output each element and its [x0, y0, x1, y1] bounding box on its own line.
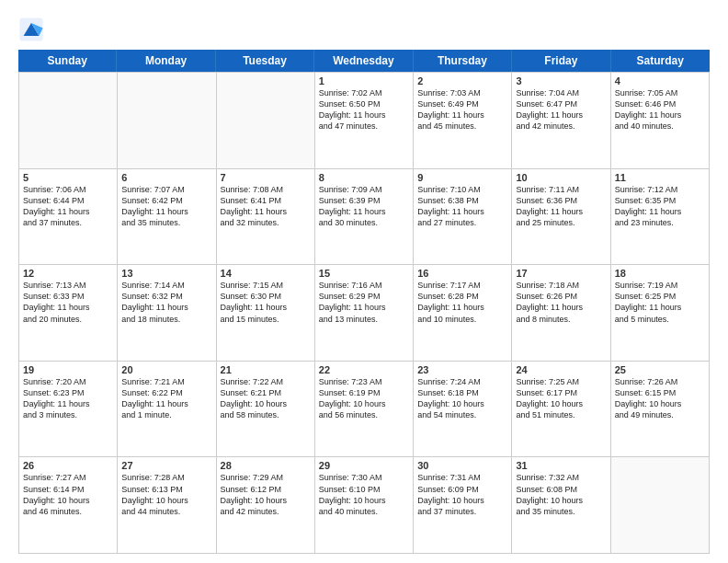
day-number: 20	[121, 364, 211, 375]
weekday-header: Sunday	[18, 50, 117, 72]
calendar-row: 26Sunrise: 7:27 AM Sunset: 6:14 PM Dayli…	[19, 457, 710, 554]
day-number: 29	[319, 460, 409, 471]
day-number: 22	[319, 364, 409, 375]
calendar-cell: 10Sunrise: 7:11 AM Sunset: 6:36 PM Dayli…	[512, 169, 610, 266]
day-info: Sunrise: 7:30 AM Sunset: 6:10 PM Dayligh…	[319, 472, 409, 517]
calendar: SundayMondayTuesdayWednesdayThursdayFrid…	[18, 50, 710, 554]
calendar-cell: 13Sunrise: 7:14 AM Sunset: 6:32 PM Dayli…	[118, 265, 216, 362]
calendar-cell: 21Sunrise: 7:22 AM Sunset: 6:21 PM Dayli…	[217, 362, 315, 458]
day-info: Sunrise: 7:08 AM Sunset: 6:41 PM Dayligh…	[221, 184, 311, 229]
day-number: 17	[516, 268, 606, 279]
calendar-cell	[217, 73, 315, 169]
day-number: 14	[221, 268, 311, 279]
calendar-cell: 25Sunrise: 7:26 AM Sunset: 6:15 PM Dayli…	[611, 362, 710, 458]
calendar-cell: 11Sunrise: 7:12 AM Sunset: 6:35 PM Dayli…	[611, 169, 710, 266]
day-info: Sunrise: 7:19 AM Sunset: 6:25 PM Dayligh…	[615, 280, 705, 325]
weekday-header: Monday	[117, 50, 215, 72]
day-number: 21	[221, 364, 311, 375]
day-number: 18	[615, 268, 705, 279]
day-info: Sunrise: 7:31 AM Sunset: 6:09 PM Dayligh…	[417, 472, 507, 517]
day-number: 4	[615, 75, 705, 86]
calendar-cell: 22Sunrise: 7:23 AM Sunset: 6:19 PM Dayli…	[315, 362, 414, 458]
page: SundayMondayTuesdayWednesdayThursdayFrid…	[0, 0, 728, 563]
calendar-cell: 9Sunrise: 7:10 AM Sunset: 6:38 PM Daylig…	[414, 169, 512, 266]
day-info: Sunrise: 7:15 AM Sunset: 6:30 PM Dayligh…	[221, 280, 311, 325]
day-info: Sunrise: 7:22 AM Sunset: 6:21 PM Dayligh…	[221, 376, 311, 421]
day-info: Sunrise: 7:17 AM Sunset: 6:28 PM Dayligh…	[417, 280, 507, 325]
day-number: 15	[319, 268, 409, 279]
day-info: Sunrise: 7:10 AM Sunset: 6:38 PM Dayligh…	[417, 184, 507, 229]
day-info: Sunrise: 7:03 AM Sunset: 6:49 PM Dayligh…	[417, 87, 507, 132]
day-number: 10	[516, 172, 606, 183]
calendar-cell: 18Sunrise: 7:19 AM Sunset: 6:25 PM Dayli…	[611, 265, 710, 362]
calendar-cell: 31Sunrise: 7:32 AM Sunset: 6:08 PM Dayli…	[512, 457, 610, 554]
calendar-body: 1Sunrise: 7:02 AM Sunset: 6:50 PM Daylig…	[18, 72, 710, 554]
day-info: Sunrise: 7:09 AM Sunset: 6:39 PM Dayligh…	[319, 184, 409, 229]
day-number: 30	[417, 460, 507, 471]
header	[18, 17, 710, 42]
day-info: Sunrise: 7:04 AM Sunset: 6:47 PM Dayligh…	[516, 87, 606, 132]
day-info: Sunrise: 7:16 AM Sunset: 6:29 PM Dayligh…	[319, 280, 409, 325]
weekday-header: Saturday	[611, 50, 710, 72]
day-number: 5	[23, 172, 113, 183]
day-info: Sunrise: 7:27 AM Sunset: 6:14 PM Dayligh…	[23, 472, 113, 517]
day-info: Sunrise: 7:11 AM Sunset: 6:36 PM Dayligh…	[516, 184, 606, 229]
logo-icon	[18, 17, 44, 42]
day-number: 9	[417, 172, 507, 183]
day-number: 24	[516, 364, 606, 375]
day-info: Sunrise: 7:32 AM Sunset: 6:08 PM Dayligh…	[516, 472, 606, 517]
day-info: Sunrise: 7:05 AM Sunset: 6:46 PM Dayligh…	[615, 87, 705, 132]
calendar-cell	[611, 457, 710, 554]
day-info: Sunrise: 7:29 AM Sunset: 6:12 PM Dayligh…	[221, 472, 311, 517]
day-info: Sunrise: 7:20 AM Sunset: 6:23 PM Dayligh…	[23, 376, 113, 421]
calendar-row: 1Sunrise: 7:02 AM Sunset: 6:50 PM Daylig…	[19, 73, 710, 169]
day-number: 25	[615, 364, 705, 375]
day-number: 28	[221, 460, 311, 471]
calendar-cell: 6Sunrise: 7:07 AM Sunset: 6:42 PM Daylig…	[118, 169, 216, 266]
calendar-cell: 14Sunrise: 7:15 AM Sunset: 6:30 PM Dayli…	[217, 265, 315, 362]
day-number: 8	[319, 172, 409, 183]
logo	[18, 17, 48, 42]
calendar-cell	[118, 73, 216, 169]
calendar-cell: 2Sunrise: 7:03 AM Sunset: 6:49 PM Daylig…	[414, 73, 512, 169]
calendar-cell: 3Sunrise: 7:04 AM Sunset: 6:47 PM Daylig…	[512, 73, 610, 169]
day-number: 2	[417, 75, 507, 86]
calendar-cell: 16Sunrise: 7:17 AM Sunset: 6:28 PM Dayli…	[414, 265, 512, 362]
calendar-cell: 7Sunrise: 7:08 AM Sunset: 6:41 PM Daylig…	[217, 169, 315, 266]
calendar-cell: 1Sunrise: 7:02 AM Sunset: 6:50 PM Daylig…	[315, 73, 414, 169]
calendar-cell: 12Sunrise: 7:13 AM Sunset: 6:33 PM Dayli…	[19, 265, 118, 362]
day-number: 3	[516, 75, 606, 86]
calendar-cell: 8Sunrise: 7:09 AM Sunset: 6:39 PM Daylig…	[315, 169, 414, 266]
day-number: 7	[221, 172, 311, 183]
calendar-row: 12Sunrise: 7:13 AM Sunset: 6:33 PM Dayli…	[19, 265, 710, 362]
calendar-cell: 17Sunrise: 7:18 AM Sunset: 6:26 PM Dayli…	[512, 265, 610, 362]
weekday-header: Tuesday	[216, 50, 314, 72]
day-info: Sunrise: 7:26 AM Sunset: 6:15 PM Dayligh…	[615, 376, 705, 421]
day-info: Sunrise: 7:06 AM Sunset: 6:44 PM Dayligh…	[23, 184, 113, 229]
calendar-cell: 5Sunrise: 7:06 AM Sunset: 6:44 PM Daylig…	[19, 169, 118, 266]
calendar-cell: 23Sunrise: 7:24 AM Sunset: 6:18 PM Dayli…	[414, 362, 512, 458]
calendar-cell: 24Sunrise: 7:25 AM Sunset: 6:17 PM Dayli…	[512, 362, 610, 458]
calendar-row: 5Sunrise: 7:06 AM Sunset: 6:44 PM Daylig…	[19, 169, 710, 266]
day-info: Sunrise: 7:25 AM Sunset: 6:17 PM Dayligh…	[516, 376, 606, 421]
calendar-cell: 19Sunrise: 7:20 AM Sunset: 6:23 PM Dayli…	[19, 362, 118, 458]
day-number: 12	[23, 268, 113, 279]
day-number: 1	[319, 75, 409, 86]
day-info: Sunrise: 7:13 AM Sunset: 6:33 PM Dayligh…	[23, 280, 113, 325]
day-info: Sunrise: 7:07 AM Sunset: 6:42 PM Dayligh…	[121, 184, 211, 229]
day-info: Sunrise: 7:18 AM Sunset: 6:26 PM Dayligh…	[516, 280, 606, 325]
day-info: Sunrise: 7:02 AM Sunset: 6:50 PM Dayligh…	[319, 87, 409, 132]
day-number: 13	[121, 268, 211, 279]
calendar-cell: 28Sunrise: 7:29 AM Sunset: 6:12 PM Dayli…	[217, 457, 315, 554]
weekday-header: Thursday	[414, 50, 512, 72]
calendar-cell: 30Sunrise: 7:31 AM Sunset: 6:09 PM Dayli…	[414, 457, 512, 554]
calendar-header: SundayMondayTuesdayWednesdayThursdayFrid…	[18, 50, 710, 72]
day-number: 27	[121, 460, 211, 471]
calendar-cell	[19, 73, 118, 169]
day-number: 11	[615, 172, 705, 183]
day-info: Sunrise: 7:24 AM Sunset: 6:18 PM Dayligh…	[417, 376, 507, 421]
day-info: Sunrise: 7:12 AM Sunset: 6:35 PM Dayligh…	[615, 184, 705, 229]
day-number: 23	[417, 364, 507, 375]
calendar-cell: 4Sunrise: 7:05 AM Sunset: 6:46 PM Daylig…	[611, 73, 710, 169]
day-number: 19	[23, 364, 113, 375]
